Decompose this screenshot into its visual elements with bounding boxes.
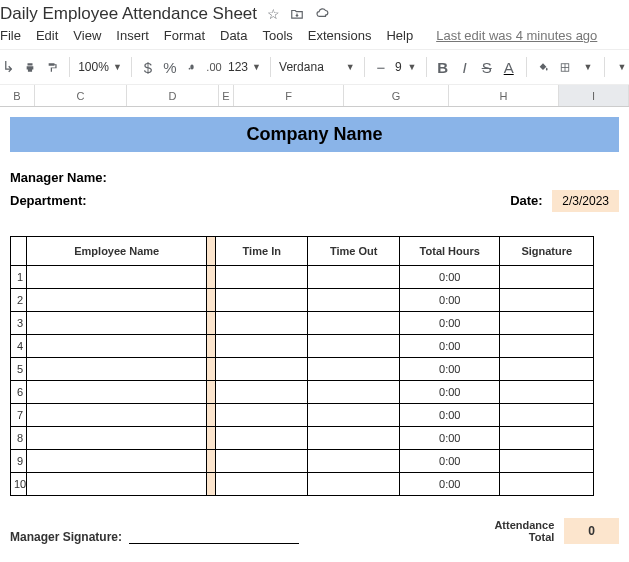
menu-tools[interactable]: Tools bbox=[262, 28, 292, 43]
row-number-cell[interactable]: 8 bbox=[11, 427, 27, 450]
total-hours-cell[interactable]: 0:00 bbox=[400, 450, 500, 473]
time-in-cell[interactable] bbox=[216, 289, 308, 312]
column-header[interactable]: D bbox=[127, 85, 219, 106]
increase-decimal-button[interactable]: .00 bbox=[206, 59, 222, 75]
menu-format[interactable]: Format bbox=[164, 28, 205, 43]
time-out-cell[interactable] bbox=[308, 312, 400, 335]
signature-cell[interactable] bbox=[500, 358, 594, 381]
time-out-cell[interactable] bbox=[308, 427, 400, 450]
cloud-sync-icon[interactable] bbox=[314, 7, 330, 21]
employee-name-cell[interactable] bbox=[27, 404, 207, 427]
row-number-header[interactable] bbox=[11, 237, 27, 266]
employee-name-cell[interactable] bbox=[27, 312, 207, 335]
menu-file[interactable]: File bbox=[0, 28, 21, 43]
time-out-cell[interactable] bbox=[308, 381, 400, 404]
total-hours-cell[interactable]: 0:00 bbox=[400, 427, 500, 450]
time-out-cell[interactable] bbox=[308, 473, 400, 496]
total-hours-cell[interactable]: 0:00 bbox=[400, 266, 500, 289]
signature-line[interactable] bbox=[129, 543, 299, 544]
time-in-cell[interactable] bbox=[216, 450, 308, 473]
time-in-cell[interactable] bbox=[216, 404, 308, 427]
total-hours-header[interactable]: Total Hours bbox=[400, 237, 500, 266]
time-in-cell[interactable] bbox=[216, 335, 308, 358]
merge-cells-button[interactable]: ▼ bbox=[579, 58, 595, 77]
column-header[interactable]: F bbox=[234, 85, 344, 106]
employee-name-cell[interactable] bbox=[27, 450, 207, 473]
menu-insert[interactable]: Insert bbox=[116, 28, 149, 43]
text-color-button[interactable]: A bbox=[501, 57, 517, 78]
date-value-cell[interactable]: 2/3/2023 bbox=[552, 190, 619, 212]
employee-name-cell[interactable] bbox=[27, 473, 207, 496]
signature-cell[interactable] bbox=[500, 289, 594, 312]
decrease-font-size-button[interactable]: − bbox=[373, 57, 389, 78]
time-out-cell[interactable] bbox=[308, 358, 400, 381]
horizontal-align-button[interactable]: ▼ bbox=[613, 58, 629, 77]
time-in-cell[interactable] bbox=[216, 358, 308, 381]
row-number-cell[interactable]: 1 bbox=[11, 266, 27, 289]
redo-arrow-icon[interactable]: ↳ bbox=[0, 56, 16, 78]
column-header[interactable]: I bbox=[559, 85, 629, 106]
total-hours-cell[interactable]: 0:00 bbox=[400, 473, 500, 496]
department-label[interactable]: Department: bbox=[10, 193, 87, 208]
menu-help[interactable]: Help bbox=[386, 28, 413, 43]
time-out-header[interactable]: Time Out bbox=[308, 237, 400, 266]
time-in-cell[interactable] bbox=[216, 381, 308, 404]
employee-name-cell[interactable] bbox=[27, 358, 207, 381]
employee-name-cell[interactable] bbox=[27, 427, 207, 450]
bold-button[interactable]: B bbox=[435, 57, 451, 78]
row-number-cell[interactable]: 2 bbox=[11, 289, 27, 312]
row-number-cell[interactable]: 7 bbox=[11, 404, 27, 427]
signature-cell[interactable] bbox=[500, 427, 594, 450]
row-number-cell[interactable]: 4 bbox=[11, 335, 27, 358]
menu-edit[interactable]: Edit bbox=[36, 28, 58, 43]
signature-cell[interactable] bbox=[500, 404, 594, 427]
row-number-cell[interactable]: 6 bbox=[11, 381, 27, 404]
total-hours-cell[interactable]: 0:00 bbox=[400, 335, 500, 358]
menu-extensions[interactable]: Extensions bbox=[308, 28, 372, 43]
manager-signature-label[interactable]: Manager Signature: bbox=[10, 530, 299, 544]
employee-name-header[interactable]: Employee Name bbox=[27, 237, 207, 266]
employee-name-cell[interactable] bbox=[27, 381, 207, 404]
column-header[interactable]: H bbox=[449, 85, 559, 106]
row-number-cell[interactable]: 5 bbox=[11, 358, 27, 381]
font-size-input[interactable]: 9 bbox=[395, 60, 402, 74]
attendance-total-value[interactable]: 0 bbox=[564, 518, 619, 544]
time-in-cell[interactable] bbox=[216, 473, 308, 496]
chevron-down-icon[interactable]: ▼ bbox=[408, 62, 417, 72]
total-hours-cell[interactable]: 0:00 bbox=[400, 381, 500, 404]
print-icon[interactable] bbox=[22, 58, 38, 77]
currency-format-button[interactable]: $ bbox=[140, 57, 156, 78]
menu-view[interactable]: View bbox=[73, 28, 101, 43]
total-hours-cell[interactable]: 0:00 bbox=[400, 289, 500, 312]
date-label[interactable]: Date: bbox=[510, 193, 543, 208]
signature-cell[interactable] bbox=[500, 473, 594, 496]
total-hours-cell[interactable]: 0:00 bbox=[400, 404, 500, 427]
last-edit-link[interactable]: Last edit was 4 minutes ago bbox=[436, 28, 597, 43]
row-number-cell[interactable]: 10 bbox=[11, 473, 27, 496]
time-in-cell[interactable] bbox=[216, 427, 308, 450]
manager-name-label[interactable]: Manager Name: bbox=[10, 170, 107, 185]
fill-color-button[interactable] bbox=[535, 58, 551, 77]
total-hours-cell[interactable]: 0:00 bbox=[400, 358, 500, 381]
time-out-cell[interactable] bbox=[308, 335, 400, 358]
attendance-total-label[interactable]: AttendanceTotal bbox=[494, 519, 554, 543]
time-in-header[interactable]: Time In bbox=[216, 237, 308, 266]
number-format-dropdown[interactable]: 123 ▼ bbox=[228, 60, 261, 74]
time-out-cell[interactable] bbox=[308, 289, 400, 312]
signature-cell[interactable] bbox=[500, 312, 594, 335]
column-header[interactable]: G bbox=[344, 85, 449, 106]
column-header[interactable]: B bbox=[0, 85, 35, 106]
percent-format-button[interactable]: % bbox=[162, 57, 178, 78]
column-header[interactable]: E bbox=[219, 85, 234, 106]
signature-cell[interactable] bbox=[500, 335, 594, 358]
decrease-decimal-button[interactable] bbox=[184, 58, 200, 76]
strikethrough-button[interactable]: S bbox=[479, 57, 495, 78]
signature-cell[interactable] bbox=[500, 450, 594, 473]
move-folder-icon[interactable] bbox=[290, 7, 304, 21]
zoom-dropdown[interactable]: 100% ▼ bbox=[78, 60, 122, 74]
spreadsheet-content[interactable]: Company Name Manager Name: Department: D… bbox=[0, 117, 629, 544]
signature-cell[interactable] bbox=[500, 266, 594, 289]
column-header[interactable]: C bbox=[35, 85, 127, 106]
row-number-cell[interactable]: 3 bbox=[11, 312, 27, 335]
total-hours-cell[interactable]: 0:00 bbox=[400, 312, 500, 335]
